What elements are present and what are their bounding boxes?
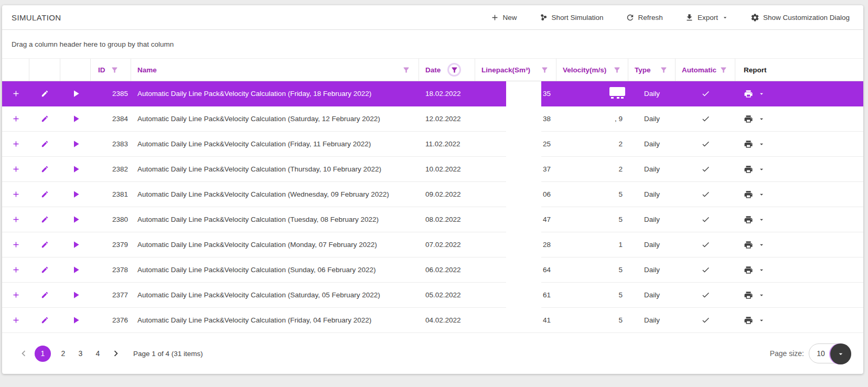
run-simulation-icon[interactable] xyxy=(70,88,81,99)
edit-row-icon[interactable] xyxy=(41,216,49,223)
report-dropdown-icon[interactable] xyxy=(758,317,765,324)
report-dropdown-icon[interactable] xyxy=(758,292,765,299)
next-page-icon[interactable] xyxy=(110,348,122,359)
row-automatic xyxy=(676,283,735,307)
edit-row-icon[interactable] xyxy=(41,316,49,324)
column-header-velocity[interactable]: Velocity(m/s) xyxy=(556,59,628,81)
report-dropdown-icon[interactable] xyxy=(758,191,765,198)
edit-row-icon[interactable] xyxy=(41,291,49,299)
add-row-icon[interactable] xyxy=(12,139,20,148)
filter-icon[interactable] xyxy=(111,66,119,74)
table-row[interactable]: 2381 Automatic Daily Line Pack&Velocity … xyxy=(2,182,863,207)
edit-row-icon[interactable] xyxy=(41,115,49,123)
add-row-icon[interactable] xyxy=(12,265,20,274)
row-report xyxy=(735,157,863,181)
row-id: 2378 xyxy=(91,257,131,282)
row-id: 2376 xyxy=(91,308,131,332)
new-button[interactable]: New xyxy=(490,13,517,22)
add-row-icon[interactable] xyxy=(12,291,20,299)
run-simulation-icon[interactable] xyxy=(70,239,81,250)
active-filter-ring[interactable] xyxy=(447,63,461,77)
filter-icon[interactable] xyxy=(660,66,668,74)
column-header-report[interactable]: Report xyxy=(735,59,863,81)
report-dropdown-icon[interactable] xyxy=(758,241,765,249)
short-simulation-button[interactable]: Short Simulation xyxy=(539,13,604,22)
run-simulation-icon[interactable] xyxy=(70,113,81,124)
printer-icon[interactable] xyxy=(744,139,753,149)
row-id: 2385 xyxy=(91,81,131,106)
report-dropdown-icon[interactable] xyxy=(758,141,765,148)
run-simulation-icon[interactable] xyxy=(70,164,81,175)
column-header-type[interactable]: Type xyxy=(628,59,676,81)
previous-page-icon[interactable] xyxy=(18,348,29,359)
table-row[interactable]: 2378 Automatic Daily Line Pack&Velocity … xyxy=(2,257,863,283)
report-dropdown-icon[interactable] xyxy=(758,166,765,173)
table-row[interactable]: 2384 Automatic Daily Line Pack&Velocity … xyxy=(2,106,863,132)
edit-row-icon[interactable] xyxy=(41,90,49,98)
report-dropdown-icon[interactable] xyxy=(758,216,765,223)
column-header-id[interactable]: ID xyxy=(91,59,131,81)
printer-icon[interactable] xyxy=(744,265,753,275)
printer-icon[interactable] xyxy=(744,240,753,250)
add-row-icon[interactable] xyxy=(12,215,20,224)
page-button-2[interactable]: 2 xyxy=(55,346,71,362)
run-simulation-icon[interactable] xyxy=(70,138,81,149)
printer-icon[interactable] xyxy=(744,114,753,124)
show-customization-dialog-button[interactable]: Show Customization Dialog xyxy=(751,13,850,22)
add-row-icon[interactable] xyxy=(12,316,20,325)
edit-row-icon[interactable] xyxy=(41,266,49,274)
add-row-icon[interactable] xyxy=(12,190,20,199)
table-row[interactable]: 2382 Automatic Daily Line Pack&Velocity … xyxy=(2,157,863,182)
row-velocity: 5 xyxy=(556,308,628,332)
add-row-icon[interactable] xyxy=(12,165,20,174)
page-button-3[interactable]: 3 xyxy=(72,346,89,362)
report-dropdown-icon[interactable] xyxy=(758,90,765,98)
printer-icon[interactable] xyxy=(744,215,753,224)
page-button-1[interactable]: 1 xyxy=(35,346,51,362)
row-automatic xyxy=(676,232,735,257)
run-simulation-icon[interactable] xyxy=(70,315,81,326)
filter-icon[interactable] xyxy=(720,66,727,74)
row-name: Automatic Daily Line Pack&Velocity Calcu… xyxy=(131,207,419,232)
add-row-icon[interactable] xyxy=(12,89,20,98)
export-button[interactable]: Export xyxy=(685,13,728,22)
column-header-name[interactable]: Name xyxy=(131,59,419,81)
printer-icon[interactable] xyxy=(744,291,753,300)
printer-icon[interactable] xyxy=(744,190,753,199)
add-row-icon[interactable] xyxy=(12,114,20,123)
group-by-panel[interactable]: Drag a column header here to group by th… xyxy=(2,30,863,58)
filter-icon[interactable] xyxy=(402,66,410,74)
report-dropdown-icon[interactable] xyxy=(758,115,765,123)
run-simulation-icon[interactable] xyxy=(70,289,81,300)
add-row-icon[interactable] xyxy=(12,240,20,249)
table-row[interactable]: 2377 Automatic Daily Line Pack&Velocity … xyxy=(2,283,863,308)
report-dropdown-icon[interactable] xyxy=(758,266,765,274)
page-button-4[interactable]: 4 xyxy=(90,346,106,362)
edit-row-icon[interactable] xyxy=(41,190,49,198)
column-header-automatic[interactable]: Automatic xyxy=(676,59,735,81)
table-row[interactable]: 2385 Automatic Daily Line Pack&Velocity … xyxy=(2,81,863,106)
refresh-button[interactable]: Refresh xyxy=(626,13,663,22)
printer-icon[interactable] xyxy=(744,316,753,325)
filter-icon[interactable] xyxy=(613,66,621,74)
table-row[interactable]: 2380 Automatic Daily Line Pack&Velocity … xyxy=(2,207,863,232)
printer-icon[interactable] xyxy=(744,165,753,174)
row-automatic xyxy=(676,182,735,207)
run-simulation-icon[interactable] xyxy=(70,189,81,200)
printer-icon[interactable] xyxy=(744,89,753,99)
edit-row-icon[interactable] xyxy=(41,241,49,249)
column-header-linepack[interactable]: Linepack(Sm³) xyxy=(475,59,556,81)
filter-icon[interactable] xyxy=(541,66,549,74)
page-size-select[interactable]: 10 xyxy=(809,343,851,363)
page-size-dropdown-button[interactable] xyxy=(830,343,851,364)
run-simulation-icon[interactable] xyxy=(70,214,81,225)
table-row[interactable]: 2379 Automatic Daily Line Pack&Velocity … xyxy=(2,232,863,257)
page-size-label: Page size: xyxy=(770,349,804,358)
edit-row-icon[interactable] xyxy=(41,140,49,148)
table-row[interactable]: 2376 Automatic Daily Line Pack&Velocity … xyxy=(2,308,863,333)
edit-row-icon[interactable] xyxy=(41,165,49,173)
run-simulation-icon[interactable] xyxy=(70,264,81,275)
table-row[interactable]: 2383 Automatic Daily Line Pack&Velocity … xyxy=(2,132,863,157)
column-header-date[interactable]: Date xyxy=(419,59,475,81)
row-type: Daily xyxy=(628,308,676,332)
